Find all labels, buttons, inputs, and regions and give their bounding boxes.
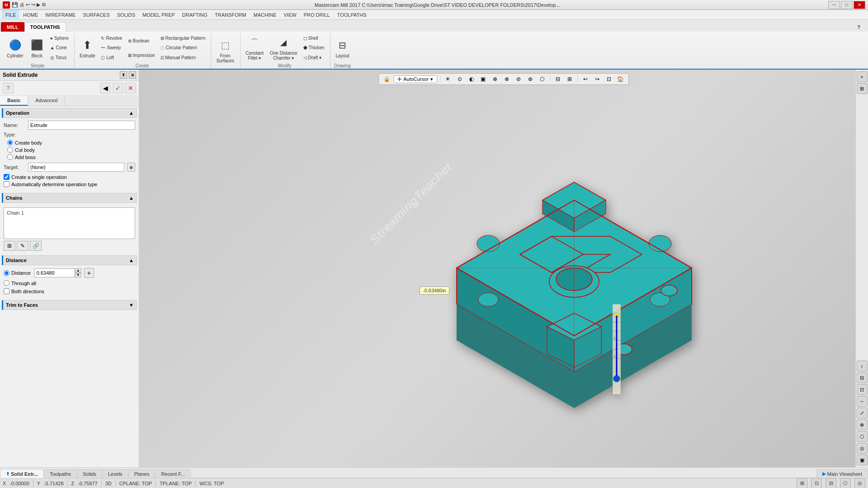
cone-button[interactable]: ▲ Cone [48,43,71,52]
name-input[interactable] [28,121,135,130]
status-snap-button[interactable]: ⊡ [811,478,822,488]
impression-button[interactable]: ⊠ Impression [126,51,157,60]
rt-btn-1[interactable]: ⊞ [857,83,868,94]
vp-btn-5[interactable]: ⊕ [490,75,500,84]
menu-view[interactable]: VIEW [280,10,300,20]
status-quality-button[interactable]: ◎ [854,478,865,488]
rt-btn-10[interactable]: ▣ [857,455,868,465]
rt-btn-zoom-in[interactable]: + [857,71,868,82]
manual-pattern-button[interactable]: ⊡ Manual Pattern [159,53,208,62]
menu-model-prep[interactable]: MODEL PREP [139,10,179,20]
distance-pick-button[interactable]: + [84,268,94,278]
bottom-tab-main-viewsheet[interactable]: ▶ Main Viewsheet [816,469,868,478]
auto-determine-checkbox[interactable] [4,181,9,187]
draft-button[interactable]: ◁ Draft ▾ [302,53,326,62]
revolve-button[interactable]: ↻ Revolve [99,34,124,43]
rt-btn-7[interactable]: ⊗ [857,419,868,430]
loft-button[interactable]: ⬡ Loft [99,53,124,62]
minimize-button[interactable]: ─ [828,1,840,9]
vp-btn-2[interactable]: ⊙ [455,75,465,84]
layout-button[interactable]: ⊟ Layout [333,33,352,62]
bottom-tab-levels[interactable]: Levels [102,469,128,478]
cancel-red-button[interactable]: ✕ [125,83,136,94]
menu-home[interactable]: HOME [19,10,42,20]
vp-btn-15[interactable]: 🏠 [616,75,626,84]
tab-help[interactable]: ? [851,22,866,32]
rectangular-pattern-button[interactable]: ⊞ Rectangular Pattern [159,34,208,43]
viewport-lock-button[interactable]: 🔒 [382,75,392,84]
rt-btn-9[interactable]: ◎ [857,443,868,454]
constant-fillet-button[interactable]: ⌒ ConstantFillet ▾ [243,33,266,62]
panel-close-button[interactable]: ✕ [129,71,136,79]
thicken-button[interactable]: ⬟ Thicken [302,43,326,52]
vp-btn-13[interactable]: ↪ [592,75,602,84]
tab-toolpaths[interactable]: TOOLPATHS [24,22,66,32]
ok-button[interactable]: ✓ [113,83,123,94]
through-all-radio[interactable] [4,280,9,286]
vp-btn-12[interactable]: ↩ [580,75,590,84]
trim-section-header[interactable]: Trim to Faces ▼ [2,300,137,310]
menu-machine[interactable]: MACHINE [250,10,280,20]
status-grid-button[interactable]: ⊞ [797,478,807,488]
menu-file[interactable]: FILE [2,10,19,20]
vp-btn-10[interactable]: ⊟ [553,75,563,84]
torus-button[interactable]: ◎ Torus [48,53,71,62]
distance-radio[interactable] [4,270,9,276]
create-body-radio[interactable] [7,140,13,145]
panel-pin-button[interactable]: 🖈 [120,71,127,79]
circular-pattern-button[interactable]: ◌ Circular Pattern [159,43,208,52]
cut-body-radio[interactable] [7,147,13,153]
sweep-button[interactable]: 〜 Sweep [99,43,124,52]
vp-btn-7[interactable]: ⊘ [514,75,524,84]
one-distance-chamfer-button[interactable]: ◢ One DistanceChamfer ▾ [268,33,300,62]
chain-add-button[interactable]: ⊞ [4,241,15,251]
vp-btn-3[interactable]: ◐ [467,75,476,84]
bottom-tab-recent[interactable]: Recent F... [155,469,191,478]
distance-section-header[interactable]: Distance ▲ [2,255,137,265]
distance-increment-button[interactable]: ▲ [75,268,81,273]
help-button[interactable]: ? [3,83,14,94]
close-button[interactable]: ✕ [854,1,865,9]
chain-item-1[interactable]: Chain 1 [6,210,133,216]
operation-section-header[interactable]: Operation ▲ [2,108,137,118]
bottom-tab-planes[interactable]: Planes [128,469,156,478]
cylinder-button[interactable]: 🔵 Cylinder [5,33,26,62]
restore-button[interactable]: □ [841,1,853,9]
target-input[interactable] [28,163,124,172]
chain-edit-button[interactable]: ✎ [17,241,28,251]
vp-btn-14[interactable]: ⊡ [604,75,614,84]
status-ortho-button[interactable]: ⊟ [826,478,836,488]
menu-surfaces[interactable]: SURFACES [79,10,113,20]
distance-input[interactable] [34,268,75,277]
chain-link-button[interactable]: 🔗 [30,241,42,251]
vp-btn-4[interactable]: ▣ [478,75,488,84]
bottom-tab-solids[interactable]: Solids [77,469,102,478]
vp-btn-9[interactable]: ⬡ [537,75,547,84]
vp-btn-11[interactable]: ⊞ [565,75,575,84]
rt-btn-6[interactable]: ⤢ [857,408,868,418]
add-boss-radio[interactable] [7,154,13,160]
boolean-button[interactable]: ⊕ Boolean [126,36,157,45]
back-button[interactable]: ◀ [100,83,111,94]
from-surfaces-button[interactable]: ⬚ FromSurfaces [214,36,236,65]
viewport[interactable]: 🔒 ✛ AutoCursor ▾ ☀ ⊙ ◐ ▣ ⊕ ⊗ ⊘ ⊛ ⬡ ⊟ ⊞ ↩… [139,70,868,467]
rt-btn-8[interactable]: ⬡ [857,431,868,442]
menu-pro-drill[interactable]: PRO DRILL [300,10,334,20]
quick-access[interactable]: 💾 🖨 ↩ ↪ ▶ ⚙ [12,2,46,8]
menu-drafting[interactable]: DRAFTING [179,10,211,20]
block-button[interactable]: ⬛ Block [28,33,47,62]
autocursor-dropdown[interactable]: ✛ AutoCursor ▾ [393,75,437,83]
distance-decrement-button[interactable]: ▼ [75,273,81,277]
bottom-tab-toolpaths[interactable]: Toolpaths [44,469,77,478]
rt-btn-2[interactable]: ↕ [857,361,868,371]
bottom-tab-solid-extrude[interactable]: ⬆ Solid Extr... [0,469,44,478]
vp-btn-1[interactable]: ☀ [443,75,453,84]
status-perspective-button[interactable]: ⬡ [840,478,851,488]
menu-solids[interactable]: SOLIDS [113,10,139,20]
target-pick-button[interactable]: ⊕ [127,163,135,172]
vp-btn-8[interactable]: ⊛ [525,75,535,84]
both-directions-checkbox[interactable] [4,288,9,294]
tab-basic[interactable]: Basic [0,96,28,106]
extrude-button[interactable]: ⬆ Extrude [77,33,97,62]
create-single-checkbox[interactable] [4,174,9,180]
